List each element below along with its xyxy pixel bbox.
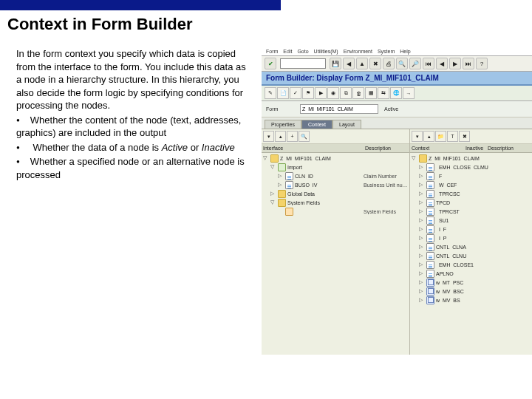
menu-help[interactable]: Help <box>400 49 410 54</box>
delete-node-icon[interactable]: ✖ <box>459 131 470 142</box>
transaction-code-input[interactable] <box>280 58 326 69</box>
tree-node-busoiv[interactable]: ▷ BUSO_IVBusiness Unit number <box>263 180 408 189</box>
collapse-all-icon[interactable]: ▴ <box>275 131 286 142</box>
menu-system[interactable]: System <box>378 49 395 54</box>
expand-all-icon[interactable]: ▾ <box>412 131 423 142</box>
test-icon[interactable]: ▶ <box>315 87 327 99</box>
context-node[interactable]: ▷w_MV_BS <box>412 296 531 304</box>
folder-icon <box>278 199 286 207</box>
slide-body: In the form context you specify which da… <box>0 47 262 183</box>
tab-layout[interactable]: Layout <box>332 120 361 129</box>
sap-window: Form Edit Goto Utilities(M) Environment … <box>262 47 532 355</box>
copy-icon[interactable]: ⧉ <box>340 87 352 99</box>
context-node[interactable]: ▷_TPRCSC <box>412 189 531 198</box>
tree-node-clnid[interactable]: ▷ CLN_IDClaim Number <box>263 171 408 180</box>
field-icon <box>426 234 434 242</box>
collapse-all-icon[interactable]: ▴ <box>423 131 434 142</box>
slide-accent-bar <box>0 0 281 10</box>
tree-node-systemfields[interactable]: ▽ System Fields <box>263 198 408 207</box>
back-icon[interactable]: ◀ <box>343 58 355 69</box>
slide-title: Context in Form Builder <box>7 15 532 34</box>
interface-root[interactable]: ▽ Z_MI_MIF101_CLAIM <box>263 154 408 163</box>
context-node[interactable]: ▷_I_P <box>412 233 531 242</box>
find-next-icon[interactable]: 🔎 <box>409 58 421 69</box>
context-node[interactable]: ▷APLNO <box>412 269 531 278</box>
expand-all-icon[interactable]: ▾ <box>263 131 274 142</box>
create-node-icon[interactable]: + <box>287 131 298 142</box>
bullet-2: Whether the data of a node is Active or … <box>16 141 253 154</box>
bullet-3: Whether a specified node or an alternati… <box>16 155 253 181</box>
context-node[interactable]: ▷CNTL_CLNA <box>412 242 531 251</box>
context-node[interactable]: ▷_TPRCST <box>412 207 531 216</box>
folder-icon <box>419 154 427 163</box>
table-icon <box>426 287 434 296</box>
tab-properties[interactable]: Properties <box>265 120 301 129</box>
menu-goto[interactable]: Goto <box>297 49 308 54</box>
exit-icon[interactable]: ▲ <box>356 58 368 69</box>
bullet-1: Whether the content of the node (text, a… <box>16 114 253 140</box>
delete-icon[interactable]: 🗑 <box>352 87 364 99</box>
context-node[interactable]: ▷_EMH_CLOSE_CLMU <box>412 163 531 171</box>
display-change-icon[interactable]: ✎ <box>265 87 276 99</box>
context-node[interactable]: ▷CNTL_CLNU <box>412 251 531 260</box>
goto-icon[interactable]: → <box>403 87 415 99</box>
check-icon[interactable]: ✓ <box>290 87 301 99</box>
menu-edit[interactable]: Edit <box>283 49 292 54</box>
form-painter-icon[interactable]: ▦ <box>365 87 377 99</box>
tree-node-globaldata[interactable]: ▷ Global Data <box>263 189 408 198</box>
field-icon <box>426 243 434 251</box>
next-page-icon[interactable]: ▶ <box>449 58 461 69</box>
tree-node-import[interactable]: ▽ Import <box>263 163 408 171</box>
menu-form[interactable]: Form <box>266 49 278 54</box>
activate-icon[interactable]: ⚑ <box>302 87 314 99</box>
folder-icon <box>270 154 279 163</box>
search-tree-icon[interactable]: 🔍 <box>299 131 310 142</box>
where-used-icon[interactable]: ◉ <box>327 87 339 99</box>
context-node[interactable]: ▷_I_F <box>412 225 531 233</box>
enter-icon[interactable]: ✔ <box>265 58 276 69</box>
context-node[interactable]: ▷TPCD <box>412 198 531 207</box>
last-page-icon[interactable]: ⏭ <box>463 58 474 69</box>
context-node[interactable]: ▷_EMH_CLOSE1 <box>412 260 531 269</box>
field-icon <box>426 208 434 216</box>
col-desc-left: Description <box>365 146 408 151</box>
print-icon[interactable]: 🖨 <box>383 58 395 69</box>
field-icon <box>426 270 434 278</box>
first-page-icon[interactable]: ⏮ <box>423 58 434 69</box>
create-folder-icon[interactable]: 📁 <box>435 131 446 142</box>
context-node[interactable]: ▷_W_CEF <box>412 180 531 189</box>
context-toolbar: ▾ ▴ 📁 T ✖ <box>410 129 532 144</box>
col-inactive: Inactive <box>466 146 488 151</box>
context-node[interactable]: ▷w_MV_BSC <box>412 287 531 296</box>
create-text-icon[interactable]: T <box>447 131 458 142</box>
field-icon <box>285 172 293 180</box>
context-node[interactable]: ▷w_MT_PSC <box>412 278 531 287</box>
context-node[interactable]: ▷_F <box>412 171 531 180</box>
context-root[interactable]: ▽ Z_MI_MIF101_CLAIM <box>412 154 531 163</box>
interface-pane: ▾ ▴ + 🔍 Interface Description ▽ Z_MI_MIF… <box>262 129 410 355</box>
field-icon <box>426 225 434 233</box>
other-object-icon[interactable]: 📄 <box>277 87 289 99</box>
menu-environment[interactable]: Environment <box>344 49 372 54</box>
context-node[interactable]: ▷_SU1 <box>412 216 531 225</box>
tab-context[interactable]: Context <box>301 120 332 129</box>
menu-bar: Form Edit Goto Utilities(M) Environment … <box>262 47 532 56</box>
slide-paragraph: In the form context you specify which da… <box>16 47 253 112</box>
save-icon[interactable]: 💾 <box>330 58 341 69</box>
help-icon[interactable]: ? <box>476 58 488 69</box>
find-icon[interactable]: 🔍 <box>396 58 408 69</box>
cancel-icon[interactable]: ✖ <box>369 58 381 69</box>
translate-icon[interactable]: 🌐 <box>390 87 402 99</box>
form-label: Form <box>266 106 294 112</box>
field-icon <box>426 199 434 207</box>
menu-utilities[interactable]: Utilities(M) <box>314 49 338 54</box>
form-name-input[interactable] <box>300 104 378 114</box>
prev-page-icon[interactable]: ◀ <box>436 58 448 69</box>
application-toolbar: ✎ 📄 ✓ ⚑ ▶ ◉ ⧉ 🗑 ▦ ⇆ 🌐 → <box>262 86 532 101</box>
tabstrip: Properties Context Layout <box>262 117 532 129</box>
interface-icon[interactable]: ⇆ <box>378 87 389 99</box>
field-icon <box>426 190 434 198</box>
field-icon <box>426 163 434 171</box>
field-icon <box>285 181 293 189</box>
tree-node-sysfields-item[interactable]: System Fields <box>263 207 408 216</box>
